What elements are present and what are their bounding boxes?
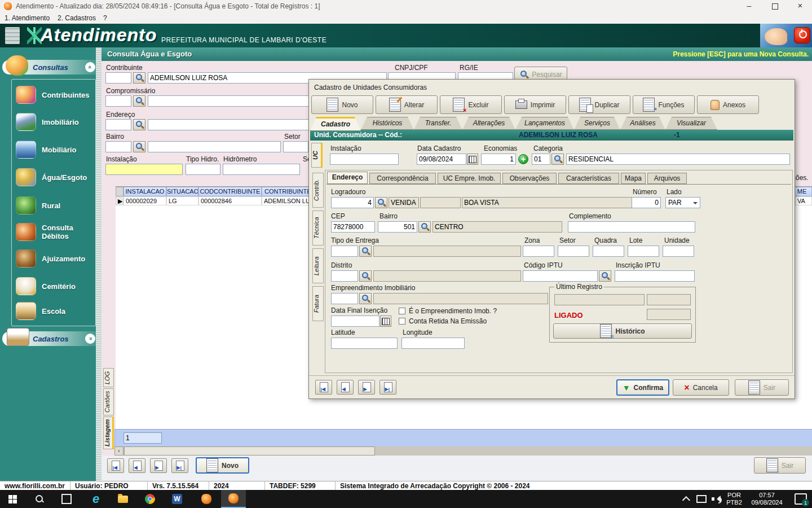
- tipo-entrega-input[interactable]: [331, 246, 358, 257]
- data-cadastro-input[interactable]: [417, 154, 466, 165]
- bairro-search-button[interactable]: [133, 141, 145, 152]
- toolbar-funcoes-button[interactable]: *Funções: [633, 95, 695, 114]
- table-header-situacao[interactable]: SITUACAO: [166, 187, 198, 196]
- sidebar-item-agua-esgoto[interactable]: Água/Esgoto: [16, 166, 100, 189]
- chevron-up-icon[interactable]: «: [85, 62, 95, 72]
- add-economia-icon[interactable]: +: [518, 154, 528, 164]
- sidebar-item-escola[interactable]: Escola: [16, 300, 100, 322]
- contribuinte-search-button[interactable]: [133, 72, 145, 84]
- confirma-button[interactable]: ▼ Confirma: [616, 379, 669, 396]
- dlg-sair-button[interactable]: → Sair: [735, 379, 789, 396]
- inner-tab-endereco[interactable]: Endereço: [327, 172, 368, 184]
- side-tab-uc[interactable]: UC: [311, 143, 323, 168]
- file-explorer-icon[interactable]: [111, 490, 135, 508]
- sidebar-group-cadastros[interactable]: Cadastros «: [2, 331, 98, 346]
- distrito-search-button[interactable]: [359, 270, 372, 282]
- cell-codcontribuinte[interactable]: 000002846: [198, 196, 262, 205]
- economias-input[interactable]: [481, 154, 516, 165]
- logradouro-search-button[interactable]: [375, 197, 387, 208]
- contribuinte-code-input[interactable]: [105, 72, 131, 84]
- toolbar-imprimir-button[interactable]: Imprimir: [504, 95, 566, 114]
- side-tab-leitura[interactable]: Leitura: [312, 248, 324, 283]
- sair-button-main[interactable]: → Sair: [754, 457, 806, 474]
- tab-historicos[interactable]: Históricos: [361, 117, 414, 130]
- latitude-input[interactable]: [331, 338, 398, 349]
- cancela-button[interactable]: × Cancela: [673, 379, 729, 396]
- dlg-next-record-button[interactable]: ▶: [358, 380, 375, 395]
- menu-atendimento[interactable]: 1. Atendimento: [5, 14, 50, 22]
- dlg-bairro-code-input[interactable]: [378, 221, 417, 233]
- tab-cartoes[interactable]: Cartões: [103, 388, 114, 415]
- side-tab-tecnica[interactable]: Técnica: [312, 211, 324, 246]
- longitude-input[interactable]: [401, 338, 465, 349]
- codigo-iptu-search-button[interactable]: [599, 270, 611, 282]
- calendar-icon[interactable]: [467, 154, 478, 165]
- exit-power-button[interactable]: [794, 27, 810, 43]
- notification-center-button[interactable]: 1: [789, 490, 812, 508]
- scrollbar-thumb[interactable]: [124, 446, 375, 456]
- sidebar-item-cemiterio[interactable]: Cemitério: [16, 275, 100, 297]
- complemento-input[interactable]: [568, 221, 695, 233]
- instalacao-input[interactable]: [105, 164, 183, 175]
- sidebar-item-rural[interactable]: Rural: [16, 194, 100, 217]
- sidebar-scrollbar[interactable]: [96, 47, 102, 481]
- tipo-entrega-search-button[interactable]: [359, 246, 372, 257]
- start-button[interactable]: [0, 490, 25, 508]
- dlg-last-record-button[interactable]: ▶|: [379, 380, 396, 395]
- bairro-name-input[interactable]: [148, 141, 281, 152]
- prev-record-button[interactable]: ◀: [129, 458, 145, 473]
- dlg-instalacao-input[interactable]: [330, 154, 399, 165]
- table-header-codcontribuinte[interactable]: CODCONTRIBUINTE: [198, 187, 262, 196]
- distrito-input[interactable]: [331, 270, 358, 282]
- historico-button[interactable]: ≡ Histórico: [553, 323, 692, 339]
- toolbar-alterar-button[interactable]: Alterar: [376, 95, 438, 114]
- inner-tab-correspondencia[interactable]: Correspondência: [369, 173, 436, 184]
- sidebar-item-contribuintes[interactable]: Contribuintes: [16, 84, 100, 106]
- tab-analises[interactable]: Análises: [620, 117, 665, 130]
- logradouro-code-input[interactable]: [331, 197, 374, 208]
- sidebar-item-imobiliario[interactable]: Imobiliário: [16, 111, 100, 133]
- cell-situacao[interactable]: LG: [166, 196, 198, 205]
- tab-cadastro[interactable]: Cadastro: [310, 117, 361, 131]
- tray-language[interactable]: POR PTB2: [724, 492, 744, 506]
- tab-alteracoes[interactable]: Alterações: [462, 117, 515, 130]
- inscricao-iptu-input[interactable]: [615, 270, 695, 282]
- sidebar-item-mobiliario[interactable]: Mobiliário: [16, 138, 100, 161]
- conta-retida-checkbox[interactable]: [399, 318, 405, 325]
- sidebar-group-consultas[interactable]: Consultas «: [2, 60, 98, 75]
- empreendimento-input[interactable]: [331, 293, 358, 304]
- tab-visualizar[interactable]: Visualizar: [665, 117, 717, 130]
- categoria-code-input[interactable]: [532, 154, 550, 165]
- side-tab-fatura[interactable]: Fatura: [312, 286, 324, 321]
- hidrometro-input[interactable]: [223, 164, 300, 175]
- quadra-input[interactable]: [593, 246, 624, 257]
- task-view-button[interactable]: [54, 490, 79, 508]
- zona-input[interactable]: [523, 246, 554, 257]
- inner-tab-arquivos[interactable]: Arquivos: [647, 173, 687, 184]
- chevron-down-icon[interactable]: «: [85, 334, 95, 344]
- record-number-input[interactable]: [123, 432, 162, 444]
- tab-lancamentos[interactable]: Lançamentos: [515, 117, 574, 130]
- endereco-code-input[interactable]: [105, 119, 131, 130]
- inner-tab-observacoes[interactable]: Observações: [502, 173, 557, 184]
- scroll-left-arrow[interactable]: ‹: [114, 446, 123, 456]
- empreendimento-checkbox[interactable]: [399, 308, 405, 314]
- inner-tab-caracteristicas[interactable]: Características: [558, 173, 619, 184]
- calendar-icon[interactable]: [380, 316, 391, 327]
- dlg-first-record-button[interactable]: |◀: [315, 380, 332, 395]
- unidade-input[interactable]: [663, 246, 694, 257]
- maximize-button[interactable]: [762, 0, 788, 12]
- sidebar-item-consulta-debitos[interactable]: Consulta Débitos: [16, 221, 100, 243]
- toolbar-novo-button[interactable]: Novo: [311, 95, 373, 114]
- setor-input[interactable]: [283, 141, 308, 152]
- tray-volume-icon[interactable]: [708, 490, 724, 508]
- menu-help[interactable]: ?: [103, 14, 107, 22]
- lote-input[interactable]: [628, 246, 659, 257]
- table-header-instalacao[interactable]: INSTALACAO: [123, 187, 166, 196]
- app-icon-1[interactable]: [194, 490, 219, 508]
- minimize-button[interactable]: –: [736, 0, 762, 12]
- tab-log[interactable]: LOG: [103, 368, 114, 387]
- lado-select[interactable]: PAR: [665, 197, 700, 208]
- dlg-prev-record-button[interactable]: ◀: [337, 380, 354, 395]
- numero-input[interactable]: [632, 197, 661, 208]
